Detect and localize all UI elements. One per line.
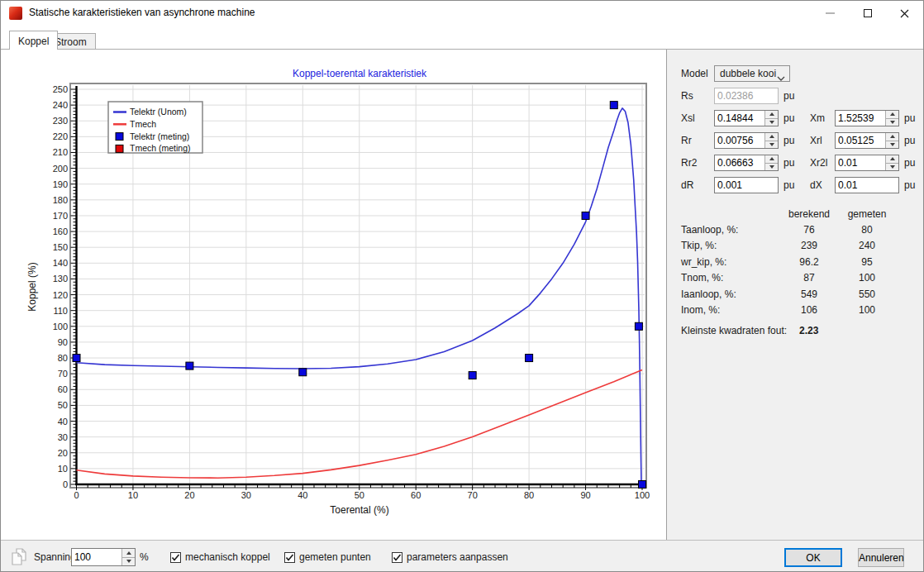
minimize-button[interactable] [812, 1, 849, 26]
svg-text:100: 100 [53, 322, 68, 331]
svg-text:20: 20 [58, 448, 68, 458]
col-gemeten: gemeten [841, 208, 893, 220]
xsl-input[interactable] [714, 110, 779, 126]
spinner-up-icon[interactable] [886, 155, 898, 163]
checkmark-icon [392, 552, 402, 563]
dr-input[interactable] [714, 177, 779, 193]
svg-text:230: 230 [53, 116, 68, 126]
xr2l-label: Xr2l [810, 157, 827, 169]
chart-title: Koppel-toerental karakteristiek [293, 68, 427, 79]
spinner-up-icon[interactable] [886, 133, 898, 141]
rr2-input[interactable] [714, 155, 779, 171]
checkbox-mechanisch-koppel[interactable]: mechanisch koppel [170, 551, 270, 563]
table-row: Inom, %: 106 100 [667, 304, 923, 320]
xrl-unit: pu [904, 135, 915, 146]
rr2-label: Rr2 [681, 157, 697, 169]
spinner-down-icon[interactable] [122, 557, 135, 566]
svg-text:0: 0 [63, 479, 68, 489]
spanning-spinner[interactable] [121, 549, 135, 565]
torque-speed-chart: 0102030405060708090100010203040506070809… [1, 50, 666, 540]
dx-input[interactable] [835, 177, 899, 193]
xm-spinner[interactable] [885, 111, 898, 126]
spinner-up-icon[interactable] [122, 549, 135, 557]
svg-text:50: 50 [355, 490, 364, 500]
xm-input[interactable] [835, 110, 899, 126]
legend: Telektr (Unom)TmechTelektr (meting)Tmech… [108, 102, 202, 153]
error-value: 2.23 [799, 325, 818, 336]
tabstrip: Koppel Stroom [1, 26, 923, 50]
maximize-button[interactable] [849, 1, 886, 26]
spinner-up-icon[interactable] [886, 111, 898, 118]
copy-icon[interactable] [11, 547, 27, 569]
chevron-down-icon [777, 72, 785, 83]
close-icon [900, 9, 909, 18]
svg-text:150: 150 [53, 242, 68, 252]
results-header-row: berekend gemeten [667, 208, 923, 224]
svg-text:50: 50 [58, 400, 68, 410]
model-select[interactable]: dubbele kooi [714, 65, 790, 82]
dr-unit: pu [783, 179, 794, 191]
app-icon [9, 7, 22, 20]
svg-text:130: 130 [53, 274, 68, 284]
rr-spinner[interactable] [764, 133, 778, 148]
svg-text:Tmech (meting): Tmech (meting) [130, 143, 191, 153]
spanning-unit: % [140, 551, 149, 563]
svg-text:Telektr (meting): Telektr (meting) [130, 131, 189, 141]
checkmark-icon [284, 552, 295, 563]
rr-label: Rr [681, 135, 692, 146]
spinner-down-icon[interactable] [886, 141, 898, 149]
table-row: Taanloop, %: 76 80 [667, 224, 923, 240]
xr2l-input[interactable] [835, 155, 899, 171]
xr2l-spinner[interactable] [885, 155, 898, 170]
svg-text:10: 10 [128, 490, 138, 500]
svg-text:10: 10 [58, 464, 68, 474]
xm-label: Xm [810, 112, 825, 124]
table-row: Tnom, %: 87 100 [667, 272, 923, 288]
checkbox-gemeten-punten[interactable]: gemeten punten [284, 551, 371, 563]
spinner-up-icon[interactable] [765, 111, 778, 118]
spinner-down-icon[interactable] [886, 118, 898, 126]
rr-input[interactable] [714, 132, 779, 149]
spinner-up-icon[interactable] [765, 133, 778, 141]
svg-text:90: 90 [580, 490, 590, 500]
svg-text:Telektr (Unom): Telektr (Unom) [130, 107, 187, 117]
cancel-button[interactable]: Annuleren [858, 548, 904, 567]
rs-input[interactable] [714, 88, 779, 104]
svg-text:170: 170 [53, 211, 68, 221]
x-tick-labels: 0102030405060708090100 [74, 490, 650, 500]
xsl-label: Xsl [681, 112, 695, 124]
svg-text:20: 20 [184, 490, 194, 500]
spinner-up-icon[interactable] [765, 155, 778, 163]
spinner-down-icon[interactable] [886, 163, 898, 171]
window-title: Statische karakteristieken van asynchron… [29, 7, 255, 18]
svg-text:90: 90 [58, 337, 68, 347]
rr-unit: pu [783, 135, 794, 146]
rr2-spinner[interactable] [764, 155, 778, 170]
spinner-down-icon[interactable] [765, 163, 778, 171]
dr-label: dR [681, 179, 693, 191]
svg-text:70: 70 [58, 369, 68, 379]
close-button[interactable] [886, 1, 923, 26]
error-label: Kleinste kwadraten fout: [681, 325, 787, 336]
svg-text:80: 80 [524, 490, 534, 500]
xm-unit: pu [904, 112, 915, 124]
window-controls [812, 1, 923, 26]
svg-text:120: 120 [53, 290, 68, 300]
xrl-spinner[interactable] [885, 133, 898, 148]
x-axis-title: Toerental (%) [330, 504, 388, 516]
checkbox-parameters-aanpassen[interactable]: parameters aanpassen [392, 551, 508, 563]
spinner-down-icon[interactable] [765, 118, 778, 126]
svg-text:60: 60 [411, 490, 421, 500]
tab-koppel[interactable]: Koppel [9, 31, 58, 50]
svg-text:100: 100 [635, 490, 650, 500]
spinner-down-icon[interactable] [765, 141, 778, 149]
xrl-input[interactable] [835, 132, 899, 149]
svg-text:Tmech: Tmech [130, 119, 156, 129]
svg-text:70: 70 [468, 490, 478, 500]
spanning-label: Spanning [34, 551, 76, 563]
ok-button[interactable]: OK [784, 548, 842, 567]
xrl-label: Xrl [810, 135, 822, 146]
xsl-spinner[interactable] [764, 111, 778, 126]
spanning-input[interactable] [71, 548, 136, 566]
dialog-window: Statische karakteristieken van asynchron… [0, 0, 924, 572]
